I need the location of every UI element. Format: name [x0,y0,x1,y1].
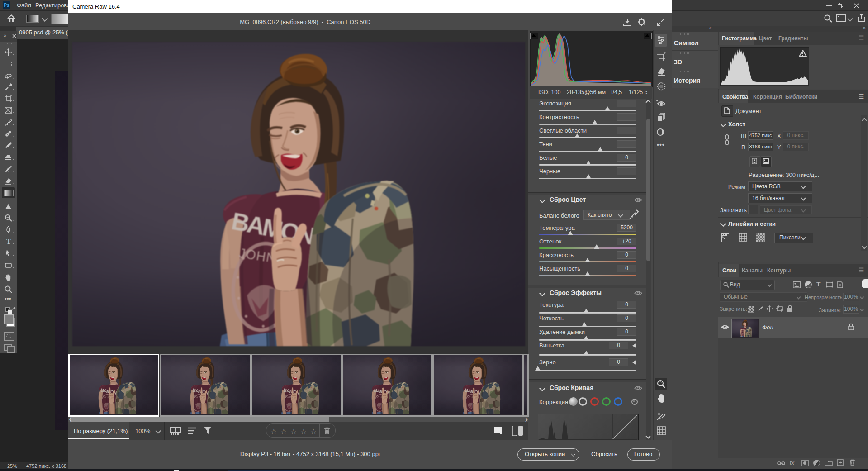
svg-text:T: T [6,238,11,245]
